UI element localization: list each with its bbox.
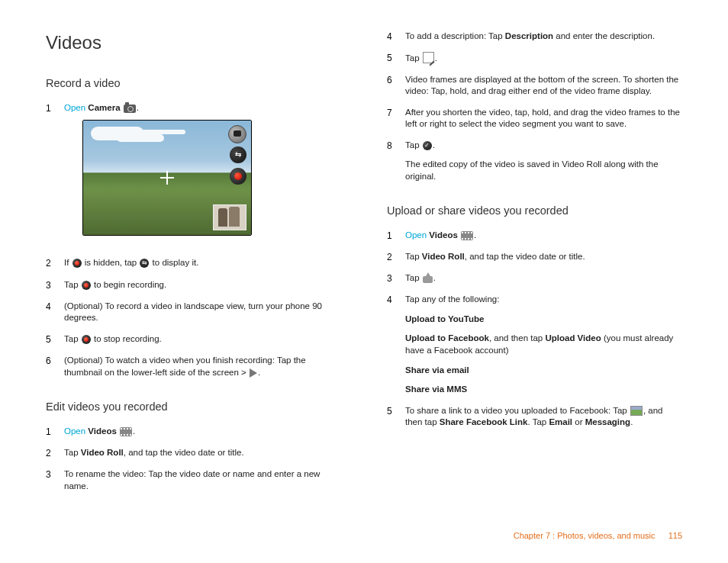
camera-icon — [124, 105, 136, 113]
step-number: 1 — [46, 102, 64, 249]
option-facebook: Upload to Facebook — [405, 333, 489, 343]
step-number: 4 — [387, 31, 405, 43]
step-number: 8 — [387, 140, 405, 183]
step-number: 2 — [46, 447, 64, 459]
step-number: 4 — [387, 294, 405, 395]
videos-app-icon — [120, 427, 132, 436]
page-title: Videos — [46, 31, 341, 55]
record-icon — [82, 335, 91, 344]
step-body: (Optional) To watch a video when you fin… — [64, 355, 341, 378]
section-heading-upload: Upload or share videos you recorded — [387, 204, 682, 219]
open-link[interactable]: Open — [64, 103, 85, 112]
steps-edit: 1 Open Videos . 2 Tap Video Roll, and ta… — [46, 426, 341, 492]
steps-edit-cont: 4 To add a description: Tap Description … — [387, 31, 682, 182]
step-body: To rename the video: Tap the video date … — [64, 468, 341, 492]
step-body: If is hidden, tap to display it. — [64, 257, 341, 269]
done-check-icon — [423, 141, 432, 150]
right-column: 4 To add a description: Tap Description … — [387, 31, 682, 501]
share-icon — [423, 276, 433, 283]
step-body: Tap . — [405, 52, 682, 65]
step-body: (Optional) To record a video in landscap… — [64, 301, 341, 324]
step-number: 5 — [46, 333, 64, 346]
step-number: 1 — [46, 426, 64, 438]
page-number: 115 — [668, 531, 682, 540]
step-number: 2 — [46, 257, 64, 269]
open-link[interactable]: Open — [64, 426, 85, 436]
record-icon — [72, 259, 82, 268]
step-body: Tap . The edited copy of the video is sa… — [405, 140, 682, 183]
step-number: 6 — [46, 355, 64, 378]
focus-reticle-icon — [160, 171, 174, 185]
step-number: 7 — [387, 107, 405, 130]
step-number: 4 — [46, 301, 64, 324]
steps-upload: 1 Open Videos . 2 Tap Video Roll, and ta… — [387, 230, 682, 429]
camera-screenshot: ⇆ — [82, 120, 252, 236]
steps-record: 1 Open Camera . ⇆ — [46, 102, 341, 378]
step-number: 3 — [387, 272, 405, 285]
step-body: Tap any of the following: Upload to YouT… — [405, 294, 682, 395]
option-mms: Share via MMS — [405, 384, 467, 394]
step-number: 6 — [387, 74, 405, 98]
play-icon — [250, 368, 257, 378]
videos-app-icon — [461, 231, 473, 240]
step-body: Video frames are displayed at the bottom… — [405, 74, 682, 98]
chapter-label: Chapter 7 : Photos, videos, and music — [514, 531, 656, 540]
section-heading-record: Record a video — [46, 76, 341, 92]
step-body: Open Videos . — [64, 426, 341, 438]
step-body: Open Camera . ⇆ — [64, 102, 341, 249]
step-number: 3 — [46, 279, 64, 291]
edit-icon — [423, 52, 434, 63]
swap-icon — [140, 259, 149, 268]
step-number: 3 — [46, 468, 64, 492]
step-body: Tap Video Roll, and tap the video date o… — [405, 251, 682, 263]
option-youtube: Upload to YouTube — [405, 314, 485, 323]
step-note: The edited copy of the video is saved in… — [405, 159, 682, 182]
app-name: Videos — [429, 230, 458, 240]
step-body: Tap to begin recording. — [64, 279, 341, 291]
step-body: To add a description: Tap Description an… — [405, 31, 682, 43]
step-number: 5 — [387, 52, 405, 65]
last-capture-thumb — [213, 204, 246, 230]
step-body: Open Videos . — [405, 230, 682, 242]
record-icon — [82, 281, 91, 290]
open-link[interactable]: Open — [405, 230, 427, 240]
step-number: 1 — [387, 230, 405, 242]
step-body: Tap to stop recording. — [64, 333, 341, 346]
page-footer: Chapter 7 : Photos, videos, and music 11… — [514, 530, 682, 542]
step-number: 2 — [387, 251, 405, 263]
image-icon — [630, 406, 643, 416]
step-body: After you shorten the video, tap, hold, … — [405, 107, 682, 130]
step-body: Tap Video Roll, and tap the video date o… — [64, 447, 341, 459]
app-name: Videos — [88, 426, 117, 436]
option-email: Share via email — [405, 365, 469, 375]
step-number: 5 — [387, 405, 405, 429]
left-column: Videos Record a video 1 Open Camera . ⇆ — [46, 31, 341, 501]
section-heading-edit: Edit videos you recorded — [46, 400, 341, 415]
app-name: Camera — [88, 103, 120, 112]
step-body: To share a link to a video you uploaded … — [405, 405, 682, 429]
step-body: Tap . — [405, 272, 682, 285]
manual-page: Videos Record a video 1 Open Camera . ⇆ — [0, 0, 728, 563]
